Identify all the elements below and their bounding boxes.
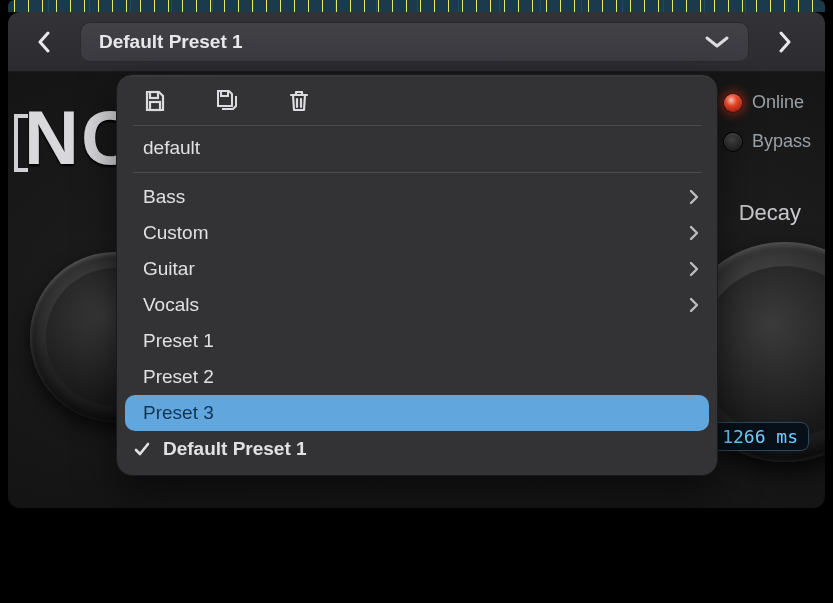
preset-menu-list: default Bass Custom Guitar [117, 126, 717, 467]
bypass-toggle[interactable]: Bypass [724, 131, 811, 152]
save-preset-button[interactable] [141, 87, 169, 115]
menu-preset-3[interactable]: Preset 3 [125, 395, 709, 431]
host-waveform-strip [8, 0, 825, 12]
plugin-chrome: Default Preset 1 [8, 12, 825, 72]
save-as-preset-button[interactable] [213, 87, 241, 115]
plugin-window: Default Preset 1 NC Online B [8, 12, 825, 508]
preset-display[interactable]: Default Preset 1 [80, 22, 749, 62]
chevron-down-icon [704, 34, 730, 50]
preset-menu-toolbar [117, 75, 717, 125]
status-leds: Online Bypass [724, 92, 811, 152]
chevron-right-icon [689, 225, 699, 241]
save-icon [143, 89, 167, 113]
menu-current-preset[interactable]: Default Preset 1 [117, 431, 717, 467]
preset-menu: default Bass Custom Guitar [116, 74, 718, 476]
decay-label: Decay [739, 200, 801, 226]
menu-category-vocals[interactable]: Vocals [117, 287, 717, 323]
bypass-label: Bypass [752, 131, 811, 152]
menu-item-default[interactable]: default [117, 130, 717, 166]
menu-category-custom[interactable]: Custom [117, 215, 717, 251]
trash-icon [288, 89, 310, 113]
online-toggle[interactable]: Online [724, 92, 811, 113]
svg-rect-2 [221, 91, 228, 96]
chevron-right-icon [778, 31, 792, 53]
plugin-reflection: Default Preset 1 1266 ms [8, 516, 825, 603]
svg-rect-0 [150, 92, 158, 98]
menu-preset-2[interactable]: Preset 2 [117, 359, 717, 395]
chevron-left-icon [37, 31, 51, 53]
svg-rect-1 [150, 102, 160, 110]
menu-preset-1[interactable]: Preset 1 [117, 323, 717, 359]
chevron-right-icon [689, 261, 699, 277]
preset-prev-button[interactable] [24, 22, 64, 62]
led-online-icon [724, 94, 742, 112]
menu-divider [133, 172, 701, 173]
preset-display-label: Default Preset 1 [99, 31, 243, 53]
preset-next-button[interactable] [765, 22, 805, 62]
decay-value-display[interactable]: 1266 ms [711, 422, 809, 451]
led-bypass-icon [724, 133, 742, 151]
menu-category-guitar[interactable]: Guitar [117, 251, 717, 287]
menu-category-bass[interactable]: Bass [117, 179, 717, 215]
online-label: Online [752, 92, 804, 113]
chevron-right-icon [689, 189, 699, 205]
chevron-right-icon [689, 297, 699, 313]
save-as-icon [214, 88, 240, 114]
delete-preset-button[interactable] [285, 87, 313, 115]
check-icon [133, 440, 151, 458]
